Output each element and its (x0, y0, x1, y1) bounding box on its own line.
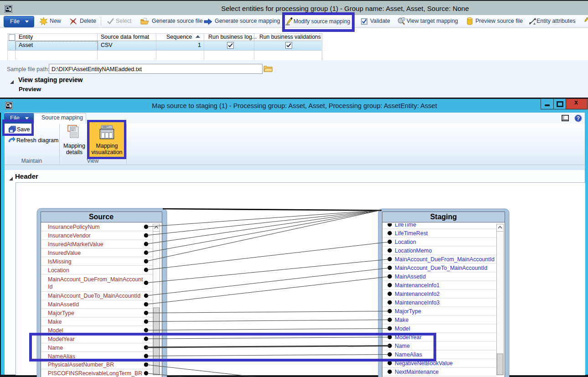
svg-text:Source: Source (89, 213, 113, 221)
svg-text:Make: Make (395, 317, 408, 323)
svg-text:LocationMemo: LocationMemo (395, 248, 432, 254)
svg-text:MaintenanceInfo1: MaintenanceInfo1 (395, 282, 440, 289)
svg-text:Make: Make (48, 319, 62, 325)
svg-text:MainAccount_DueTo_MainAccountI: MainAccount_DueTo_MainAccountId (395, 265, 487, 271)
svg-text:MaintenanceInfo3: MaintenanceInfo3 (395, 300, 440, 306)
svg-text:MainAssetId: MainAssetId (395, 274, 426, 280)
svg-text:IsMissing: IsMissing (48, 258, 72, 265)
svg-text:LifeTimeRest: LifeTimeRest (395, 230, 428, 237)
svg-text:InsuredAtMarketValue: InsuredAtMarketValue (48, 241, 103, 248)
svg-text:InsuranceVendor: InsuranceVendor (48, 232, 91, 239)
svg-text:MajorType: MajorType (48, 310, 74, 316)
svg-text:NextMaintenance: NextMaintenance (395, 369, 439, 375)
svg-text:MainAssetId: MainAssetId (48, 301, 79, 308)
svg-text:MainAccount_DueTo_MainAccountI: MainAccount_DueTo_MainAccountId (48, 293, 140, 299)
svg-text:Staging: Staging (430, 213, 457, 221)
svg-text:MainAccount_DueFrom_MainAccoun: MainAccount_DueFrom_MainAccountId (395, 256, 495, 263)
svg-text:PhysicalAssetNumber_BR: PhysicalAssetNumber_BR (48, 362, 114, 368)
svg-text:InsurancePolicyNum: InsurancePolicyNum (48, 224, 100, 230)
svg-text:Location: Location (48, 267, 69, 274)
svg-text:MaintenanceInfo2: MaintenanceInfo2 (395, 291, 440, 297)
svg-text:MajorType: MajorType (395, 308, 421, 315)
svg-text:MainAccount_DueFrom_MainAccoun: MainAccount_DueFrom_MainAccount (48, 276, 143, 283)
svg-text:InsuredValue: InsuredValue (48, 250, 81, 256)
svg-text:Model: Model (395, 325, 410, 332)
svg-text:Location: Location (395, 239, 416, 245)
svg-text:Id: Id (48, 284, 52, 290)
svg-text:PISCOFINSReceivableLongTerm_BR: PISCOFINSReceivableLongTerm_BR (48, 370, 142, 377)
